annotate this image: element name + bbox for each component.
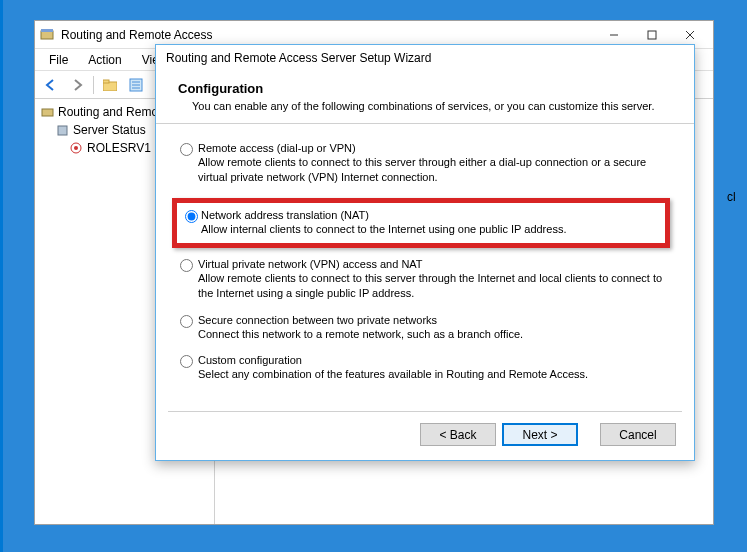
tree-root-label: Routing and Remote bbox=[58, 105, 168, 119]
svg-rect-1 bbox=[41, 29, 53, 32]
next-button[interactable]: Next > bbox=[502, 423, 578, 446]
config-heading: Configuration bbox=[178, 81, 676, 96]
back-button[interactable] bbox=[39, 74, 63, 96]
option-desc: Select any combination of the features a… bbox=[198, 367, 670, 382]
minimize-button[interactable] bbox=[595, 24, 633, 46]
option-custom[interactable]: Custom configuration Select any combinat… bbox=[198, 354, 670, 382]
folder-button[interactable] bbox=[98, 74, 122, 96]
option-label: Custom configuration bbox=[198, 354, 670, 366]
window-title: Routing and Remote Access bbox=[61, 28, 595, 42]
app-icon bbox=[39, 27, 55, 43]
svg-rect-7 bbox=[103, 80, 109, 83]
svg-rect-12 bbox=[42, 109, 53, 116]
radio-nat[interactable] bbox=[185, 210, 198, 223]
server-icon bbox=[55, 123, 69, 137]
properties-button[interactable] bbox=[124, 74, 148, 96]
wizard-title[interactable]: Routing and Remote Access Server Setup W… bbox=[156, 45, 694, 71]
svg-rect-13 bbox=[58, 126, 67, 135]
highlighted-option: Network address translation (NAT) Allow … bbox=[172, 198, 670, 248]
toolbar-separator bbox=[93, 76, 94, 94]
svg-rect-3 bbox=[648, 31, 656, 39]
button-separator bbox=[168, 411, 682, 412]
rras-icon bbox=[40, 105, 54, 119]
tree-server-status-label: Server Status bbox=[73, 123, 146, 137]
option-secure-connection[interactable]: Secure connection between two private ne… bbox=[198, 314, 670, 342]
cancel-button[interactable]: Cancel bbox=[600, 423, 676, 446]
option-label: Secure connection between two private ne… bbox=[198, 314, 670, 326]
back-button[interactable]: < Back bbox=[420, 423, 496, 446]
radio-secure-connection[interactable] bbox=[180, 315, 193, 328]
option-label: Remote access (dial-up or VPN) bbox=[198, 142, 670, 154]
radio-custom[interactable] bbox=[180, 355, 193, 368]
option-vpn-nat[interactable]: Virtual private network (VPN) access and… bbox=[198, 258, 670, 301]
radio-vpn-nat[interactable] bbox=[180, 259, 193, 272]
forward-button[interactable] bbox=[65, 74, 89, 96]
desktop-edge bbox=[735, 0, 747, 552]
option-desc: Allow remote clients to connect to this … bbox=[198, 155, 670, 185]
menu-file[interactable]: File bbox=[43, 51, 74, 69]
radio-remote-access[interactable] bbox=[180, 143, 193, 156]
maximize-button[interactable] bbox=[633, 24, 671, 46]
option-desc: Allow remote clients to connect to this … bbox=[198, 271, 670, 301]
option-desc: Allow internal clients to connect to the… bbox=[201, 222, 657, 237]
wizard-body: Remote access (dial-up or VPN) Allow rem… bbox=[156, 124, 694, 403]
config-subheading: You can enable any of the following comb… bbox=[178, 99, 676, 113]
option-nat[interactable]: Network address translation (NAT) Allow … bbox=[201, 209, 657, 237]
svg-rect-0 bbox=[41, 31, 53, 39]
wizard-buttons: < Back Next > Cancel bbox=[420, 423, 676, 446]
server-stopped-icon bbox=[69, 141, 83, 155]
option-label: Network address translation (NAT) bbox=[201, 209, 657, 221]
svg-point-15 bbox=[74, 146, 78, 150]
option-label: Virtual private network (VPN) access and… bbox=[198, 258, 670, 270]
option-desc: Connect this network to a remote network… bbox=[198, 327, 670, 342]
close-button[interactable] bbox=[671, 24, 709, 46]
wizard-dialog: Routing and Remote Access Server Setup W… bbox=[155, 44, 695, 461]
wizard-header: Configuration You can enable any of the … bbox=[156, 71, 694, 124]
option-remote-access[interactable]: Remote access (dial-up or VPN) Allow rem… bbox=[198, 142, 670, 185]
menu-action[interactable]: Action bbox=[82, 51, 127, 69]
